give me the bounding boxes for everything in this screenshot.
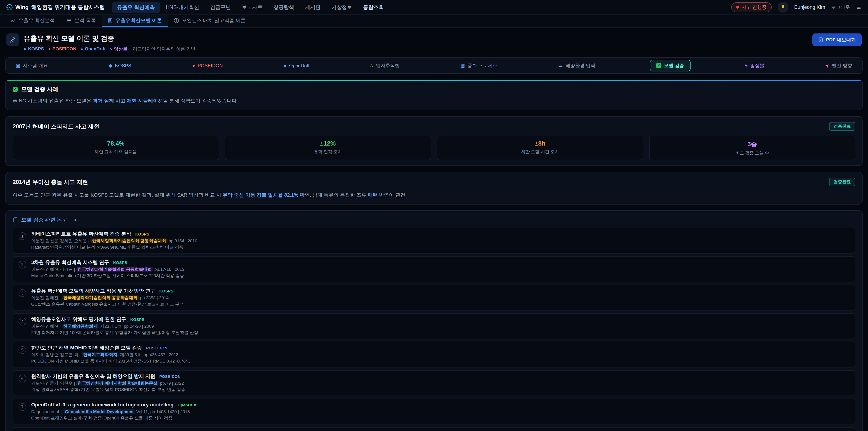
app-logo[interactable]: Wing 해양환경 위기대응 통합시스템 <box>6 4 105 11</box>
paper-row[interactable]: 4해양유출오염사고 위해도 평가에 관한 연구KOSPS이문진·김혜진 | 한국… <box>13 313 855 339</box>
model-chip[interactable]: ϟ앙상블 <box>110 46 127 52</box>
verification-intro-card: ✓ 모델 검증 사례 WING 시스템의 유출유 확산 모델은 과거 실제 사고… <box>5 80 863 110</box>
model-chip[interactable]: ●POSEIDON <box>49 46 76 52</box>
paper-venue[interactable]: Geoscientific Model Development <box>64 409 135 414</box>
main-content: 유출유 확산 모델 이론 및 검증 ◆KOSPS●POSEIDON●OpenDr… <box>0 28 868 431</box>
paper-title: 해양유출오염사고 위해도 평가에 관한 연구 <box>31 316 126 322</box>
model-chip-label: OpenDrift <box>85 46 105 52</box>
paper-row[interactable]: 1허베이스피리트호 유출유 확산예측 검증 분석KOSPS이문진·김선웅·김혜진… <box>13 228 855 254</box>
paper-row[interactable]: 6원격탐사 기반의 유출유 확산예측 및 해양오염 방제 지원POSEIDON김… <box>13 370 855 396</box>
paper-row[interactable]: 23차원 유출유 확산예측 시스템 연구KOSPS이문진·김혜진·강권근 | 한… <box>13 256 855 282</box>
user-name: Eunjeong Kim <box>794 4 825 10</box>
page-header: 유출유 확산 모델 이론 및 검증 ◆KOSPS●POSEIDON●OpenDr… <box>6 33 862 52</box>
stat-label: 해안 표착 예측 일치율 <box>17 149 215 155</box>
tab[interactable]: 오일펜스 배치 알고리즘 이론 <box>168 15 251 27</box>
verification-text: WING 시스템의 유출유 확산 모델은 <box>13 98 93 103</box>
paper-venue[interactable]: 한국해양환경·에너지학회 학술대회논문집 <box>76 381 159 386</box>
logout-button[interactable]: 로그아웃 <box>831 4 850 10</box>
paper-meta: Dagestad et al. | Geoscientific Model De… <box>31 409 196 414</box>
paper-number: 7 <box>19 403 26 411</box>
paper-body: 허베이스피리트호 유출유 확산예측 검증 분석KOSPS이문진·김선웅·김혜진·… <box>31 231 197 250</box>
section-tab[interactable]: ϟ앙상블 <box>739 60 771 71</box>
tab-label: 분석 목록 <box>74 17 96 24</box>
papers-card: 모델 검증 관련 논문 ▲ 1허베이스피리트호 유출유 확산예측 검증 분석KO… <box>5 210 863 431</box>
paper-row[interactable]: 3유출유 확산예측 모델의 해양사고 적용 및 개선방안 연구KOSPS이문진·… <box>13 285 855 311</box>
circle-icon: ● <box>81 47 83 51</box>
stat-value: 3종 <box>653 140 851 148</box>
section-tab-label: 입자추적법 <box>376 62 400 69</box>
paper-row[interactable]: 7OpenDrift v1.0: a generic framework for… <box>13 399 855 425</box>
incident-status-badge[interactable]: 사고 진행중 <box>731 2 772 12</box>
nav-item[interactable]: 긴급구난 <box>205 2 236 13</box>
model-chip[interactable]: ●OpenDrift <box>81 46 106 52</box>
paper-model-badge: KOSPS <box>130 317 145 323</box>
pdf-export-button[interactable]: PDF 내보내기 <box>812 33 862 46</box>
stat-value: ±8h <box>441 140 639 147</box>
paper-number: 6 <box>19 375 26 382</box>
logo-text: Wing <box>16 4 29 10</box>
nav-item[interactable]: 유출유 확산예측 <box>112 2 160 13</box>
section-tab[interactable]: ●POSEIDON <box>186 60 229 71</box>
notification-bell-icon[interactable] <box>778 2 788 13</box>
paper-description: GS칼텍스 송유관·Captain Vangelis 유출사고 재현 검증·현장… <box>31 302 184 307</box>
paper-model-badge: KOSPS <box>113 260 127 266</box>
case-hebei-title: 2007년 허베이 스피리트 사고 재현 <box>13 123 99 130</box>
paper-pages-year: pp.2353 | 2014 <box>139 296 168 300</box>
paper-body: 유출유 확산예측 모델의 해양사고 적용 및 개선방안 연구KOSPS이문진·김… <box>31 288 184 307</box>
paper-title-row: 유출유 확산예측 모델의 해양사고 적용 및 개선방안 연구KOSPS <box>31 288 184 294</box>
case-wuyishan-card: 2014년 우이산 충돌 사고 재현 검증완료 여수 오동도 인근 원유 유출 … <box>5 172 863 205</box>
tab-label: 오일펜스 배치 알고리즘 이론 <box>182 17 246 24</box>
nav-item[interactable]: HNS·대기확산 <box>161 2 204 13</box>
section-tab[interactable]: ∴입자추적법 <box>364 60 406 71</box>
nav-item[interactable]: 통합조회 <box>358 2 389 13</box>
nav-item[interactable]: 항공탐색 <box>268 2 299 13</box>
section-tab[interactable]: ●OpenDrift <box>277 60 316 71</box>
page-header-text: 유출유 확산 모델 이론 및 검증 ◆KOSPS●POSEIDON●OpenDr… <box>24 33 195 52</box>
paper-body: 한반도 인근 해역 MOHID 지역 해양순환 모델 검증POSEIDON이재호… <box>31 345 191 364</box>
nav-item[interactable]: 기상정보 <box>327 2 357 13</box>
paper-venue[interactable]: 한국지구과학회지 <box>82 352 119 357</box>
paper-row[interactable]: 5한반도 인근 해역 MOHID 지역 해양순환 모델 검증POSEIDON이재… <box>13 342 855 368</box>
papers-header[interactable]: 모델 검증 관련 논문 ▲ <box>13 216 855 223</box>
paper-model-badge: POSEIDON <box>146 345 167 351</box>
section-tab[interactable]: ☁해양환경 입력 <box>552 60 602 71</box>
stat-box: 78.4%해안 표착 예측 일치율 <box>13 135 219 160</box>
menu-icon[interactable]: ≡ <box>856 3 862 11</box>
nav-item[interactable]: 보고자료 <box>237 2 268 13</box>
doc-icon <box>107 18 113 23</box>
paper-meta: 김도연·김중기·양찬수 | 한국해양환경·에너지학회 학술대회논문집 pp.79… <box>31 380 185 386</box>
paper-pages-year: 제39권 5호, pp.436-457 | 2018 <box>119 352 178 357</box>
paper-authors: 이문진·김혜진·강권근 | <box>31 267 76 272</box>
collapse-icon[interactable]: ▲ <box>73 218 77 222</box>
paper-model-badge: POSEIDON <box>159 374 181 380</box>
tab[interactable]: 유출유 확산분석 <box>4 15 61 27</box>
section-tab[interactable]: ✓모델 검증 <box>650 60 690 71</box>
paper-venue[interactable]: 한국해양과학기술협의회 공동학술대회 <box>62 296 139 300</box>
section-tab[interactable]: ▦풍화 프로세스 <box>454 60 504 71</box>
paper-body: OpenDrift v1.0: a generic framework for … <box>31 402 196 421</box>
paper-description: Radarsat 인공위성영상 비교 분석·NOAA GNOME과 동일 입력조… <box>31 245 197 250</box>
nav-item[interactable]: 게시판 <box>300 2 326 13</box>
model-chip-label: 앙상블 <box>114 46 127 52</box>
info-icon <box>174 18 179 23</box>
verification-heading: 모델 검증 사례 <box>21 86 58 93</box>
verification-description: WING 시스템의 유출유 확산 모델은 과거 실제 사고 재현 시뮬레이션을 … <box>13 97 855 104</box>
section-tab[interactable]: ◆KOSPS <box>102 60 138 71</box>
tab[interactable]: 유출유확산모델 이론 <box>102 15 168 27</box>
app: Wing 해양환경 위기대응 통합시스템 유출유 확산예측HNS·대기확산긴급구… <box>0 0 868 431</box>
paper-authors: 이문진·김혜진 | <box>31 296 62 300</box>
model-chip[interactable]: ◆KOSPS <box>24 46 44 52</box>
section-tab-label: KOSPS <box>115 63 131 68</box>
paper-meta: 이문진·김혜진·강권근 | 한국해양과학기술협의회 공동학술대회 pp.17-1… <box>31 267 184 272</box>
paper-venue[interactable]: 한국해양과학기술협의회 공동학술대회 <box>76 267 153 272</box>
section-tab[interactable]: ▣시스템 개요 <box>9 60 54 71</box>
tab[interactable]: 분석 목록 <box>61 15 102 27</box>
paper-venue[interactable]: 한국해양공학회지 <box>62 324 99 329</box>
case1-stats: 78.4%해안 표착 예측 일치율±12%유막 면적 오차±8h해안 도달 시간… <box>13 135 855 160</box>
paper-row[interactable]: 8Observation-based evaluation of surface… <box>13 427 855 431</box>
paper-venue[interactable]: 한국해양과학기술협의회 공동학술대회 <box>90 239 167 243</box>
section-tab[interactable]: ➤발전 방향 <box>819 60 859 71</box>
monitor-icon: ▣ <box>16 63 20 68</box>
case-wuyishan-description: 여수 오동도 인근 원유 유출 사고를 KOSPS 모델로 재현한 결과, 실제… <box>13 191 855 199</box>
paper-title: 허베이스피리트호 유출유 확산예측 검증 분석 <box>31 231 131 237</box>
